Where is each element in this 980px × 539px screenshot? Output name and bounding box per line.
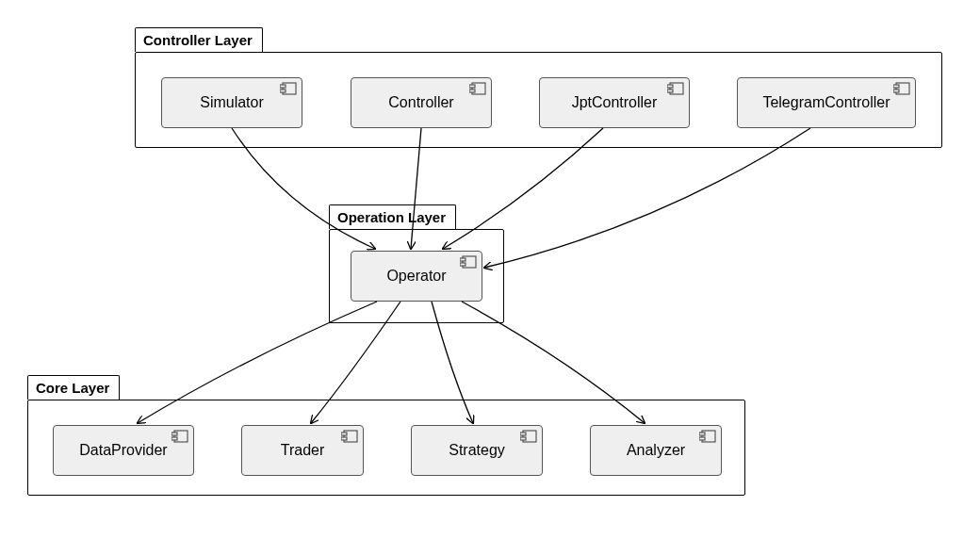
component-trader: Trader [241, 425, 364, 476]
svg-rect-2 [280, 90, 286, 92]
component-icon [469, 82, 486, 99]
component-icon [667, 82, 684, 99]
component-dataprovider: DataProvider [53, 425, 194, 476]
svg-rect-16 [172, 433, 177, 435]
diagram-canvas: Controller Layer Simulator Controller Jp… [0, 0, 980, 539]
component-icon [280, 82, 297, 99]
layer-title: Controller Layer [143, 32, 253, 48]
svg-rect-8 [667, 90, 673, 92]
svg-rect-1 [280, 85, 286, 88]
svg-rect-10 [893, 85, 899, 88]
component-label: TelegramController [762, 94, 890, 111]
component-icon [172, 430, 188, 447]
component-icon [520, 430, 537, 447]
component-label: DataProvider [79, 442, 167, 459]
component-jptcontroller: JptController [539, 77, 690, 128]
svg-rect-7 [667, 85, 673, 88]
component-icon [341, 430, 358, 447]
layer-title: Core Layer [36, 380, 109, 396]
layer-title: Operation Layer [337, 209, 446, 225]
component-controller: Controller [351, 77, 492, 128]
svg-rect-26 [699, 437, 705, 440]
component-strategy: Strategy [411, 425, 543, 476]
component-label: JptController [572, 94, 658, 111]
svg-rect-23 [520, 437, 526, 440]
component-label: Simulator [200, 94, 264, 111]
component-label: Analyzer [627, 442, 685, 459]
component-icon [893, 82, 910, 99]
component-label: Trader [281, 442, 325, 459]
component-label: Strategy [449, 442, 505, 459]
layer-tab-operation: Operation Layer [329, 204, 456, 229]
layer-tab-core: Core Layer [27, 375, 120, 400]
component-analyzer: Analyzer [590, 425, 722, 476]
component-icon [699, 430, 716, 447]
svg-rect-11 [893, 90, 899, 92]
svg-rect-19 [341, 433, 347, 435]
svg-rect-20 [341, 437, 347, 440]
component-telegramcontroller: TelegramController [737, 77, 916, 128]
svg-rect-4 [469, 85, 475, 88]
svg-rect-14 [460, 263, 466, 266]
component-label: Operator [386, 268, 446, 285]
svg-rect-13 [460, 258, 466, 261]
layer-tab-controller: Controller Layer [135, 27, 263, 52]
svg-rect-5 [469, 90, 475, 92]
component-icon [460, 255, 477, 272]
svg-rect-22 [520, 433, 526, 435]
svg-rect-17 [172, 437, 177, 440]
svg-rect-25 [699, 433, 705, 435]
component-simulator: Simulator [161, 77, 302, 128]
component-operator: Operator [351, 251, 482, 302]
component-label: Controller [388, 94, 453, 111]
